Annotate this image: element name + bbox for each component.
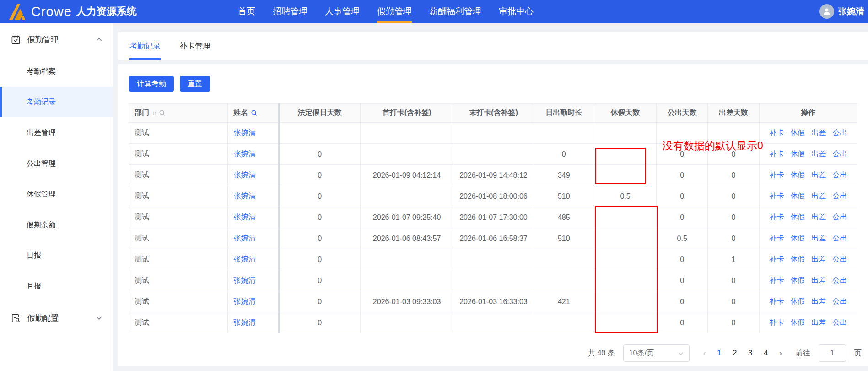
action-link-1[interactable]: 休假 <box>790 255 805 263</box>
action-link-2[interactable]: 出差 <box>811 255 826 263</box>
sidebar-item-6[interactable]: 日报 <box>0 240 113 271</box>
pagination: 共 40 条 10条/页 ‹ 1234 › 前往 页 <box>588 344 862 362</box>
sidebar-item-3[interactable]: 公出管理 <box>0 148 113 179</box>
nav-menu: 首页招聘管理人事管理假勤管理薪酬福利管理审批中心 <box>238 0 534 23</box>
nav-item-1[interactable]: 招聘管理 <box>273 0 307 23</box>
name-link[interactable]: 张婉清 <box>233 318 255 326</box>
sort-icon[interactable]: ↓↑ <box>152 109 156 116</box>
page-number-3[interactable]: 3 <box>743 349 758 358</box>
action-link-1[interactable]: 休假 <box>790 276 805 284</box>
nav-item-4[interactable]: 薪酬福利管理 <box>429 0 481 23</box>
action-link-1[interactable]: 休假 <box>790 297 805 305</box>
user-menu[interactable]: 张婉清 <box>819 0 864 23</box>
action-link-0[interactable]: 补卡 <box>769 234 784 242</box>
table-header-dept: 部门↓↑ <box>129 104 228 123</box>
action-link-0[interactable]: 补卡 <box>769 213 784 221</box>
cell-duration <box>534 312 594 333</box>
action-link-1[interactable]: 休假 <box>790 192 805 200</box>
name-link[interactable]: 张婉清 <box>233 276 255 284</box>
action-link-0[interactable]: 补卡 <box>769 192 784 200</box>
goto-page-input[interactable] <box>819 344 846 362</box>
action-link-3[interactable]: 公出 <box>832 213 847 221</box>
action-link-3[interactable]: 公出 <box>832 150 847 158</box>
table-header-public: 公出天数 <box>657 104 708 123</box>
name-link[interactable]: 张婉清 <box>233 150 255 158</box>
action-link-2[interactable]: 出差 <box>811 318 826 326</box>
page-number-4[interactable]: 4 <box>758 349 774 358</box>
action-link-2[interactable]: 出差 <box>811 213 826 221</box>
tab-attendance-records[interactable]: 考勤记录 <box>129 32 161 60</box>
action-link-0[interactable]: 补卡 <box>769 129 784 136</box>
nav-item-2[interactable]: 人事管理 <box>325 0 360 23</box>
prev-page-button[interactable]: ‹ <box>698 349 712 358</box>
name-link[interactable]: 张婉清 <box>233 213 255 221</box>
name-link[interactable]: 张婉清 <box>233 297 255 305</box>
nav-item-0[interactable]: 首页 <box>238 0 255 23</box>
action-link-2[interactable]: 出差 <box>811 297 826 305</box>
page-number-1[interactable]: 1 <box>712 349 727 358</box>
sidebar-group-attendance[interactable]: 假勤管理 <box>0 23 113 56</box>
action-link-0[interactable]: 补卡 <box>769 150 784 158</box>
action-link-2[interactable]: 出差 <box>811 234 826 242</box>
action-link-1[interactable]: 休假 <box>790 129 805 136</box>
action-link-2[interactable]: 出差 <box>811 276 826 284</box>
cell-last: 2026-01-03 16:33:03 <box>453 291 534 312</box>
cell-first: 2026-01-09 04:12:14 <box>360 165 453 186</box>
search-icon[interactable] <box>159 109 166 116</box>
action-link-3[interactable]: 公出 <box>832 318 847 326</box>
nav-item-5[interactable]: 审批中心 <box>499 0 534 23</box>
search-icon[interactable] <box>251 109 258 116</box>
sidebar-item-0[interactable]: 考勤档案 <box>0 56 113 87</box>
action-link-3[interactable]: 公出 <box>832 129 847 136</box>
action-link-3[interactable]: 公出 <box>832 297 847 305</box>
action-link-1[interactable]: 休假 <box>790 234 805 242</box>
page-number-2[interactable]: 2 <box>727 349 743 358</box>
column-label: 日出勤时长 <box>545 108 582 118</box>
cell-duration: 510 <box>534 186 594 207</box>
cell-dept: 测试 <box>129 186 228 207</box>
action-link-1[interactable]: 休假 <box>790 150 805 158</box>
tab-card-replacement[interactable]: 补卡管理 <box>179 32 210 60</box>
action-link-0[interactable]: 补卡 <box>769 171 784 179</box>
cell-leave <box>594 144 656 165</box>
action-link-3[interactable]: 公出 <box>832 171 847 179</box>
action-link-2[interactable]: 出差 <box>811 192 826 200</box>
action-link-3[interactable]: 公出 <box>832 255 847 263</box>
sidebar-item-5[interactable]: 假期余额 <box>0 209 113 240</box>
action-link-0[interactable]: 补卡 <box>769 255 784 263</box>
name-link[interactable]: 张婉清 <box>233 171 255 179</box>
calc-attendance-button[interactable]: 计算考勤 <box>129 76 174 92</box>
name-link[interactable]: 张婉清 <box>233 234 255 242</box>
name-link[interactable]: 张婉清 <box>233 192 255 200</box>
name-link[interactable]: 张婉清 <box>233 255 255 263</box>
nav-item-3[interactable]: 假勤管理 <box>377 0 412 23</box>
action-link-3[interactable]: 公出 <box>832 234 847 242</box>
action-link-0[interactable]: 补卡 <box>769 318 784 326</box>
sidebar-item-7[interactable]: 月报 <box>0 271 113 301</box>
action-link-3[interactable]: 公出 <box>832 276 847 284</box>
action-link-1[interactable]: 休假 <box>790 171 805 179</box>
action-link-0[interactable]: 补卡 <box>769 276 784 284</box>
cell-name: 张婉清 <box>228 123 279 144</box>
cell-leave <box>594 123 656 144</box>
sidebar-item-2[interactable]: 出差管理 <box>0 117 113 148</box>
cell-actions: 补卡休假出差公出 <box>759 123 857 144</box>
sidebar-item-4[interactable]: 休假管理 <box>0 179 113 209</box>
brand: Crowe 人力资源系统 <box>6 0 137 23</box>
action-link-0[interactable]: 补卡 <box>769 297 784 305</box>
page-size-select[interactable]: 10条/页 <box>623 344 690 362</box>
table-row: 测试张婉清02026-01-08 18:00:065100.500补卡休假出差公… <box>129 186 857 207</box>
action-link-3[interactable]: 公出 <box>832 192 847 200</box>
next-page-button[interactable]: › <box>774 349 787 358</box>
action-link-2[interactable]: 出差 <box>811 129 826 136</box>
action-link-2[interactable]: 出差 <box>811 171 826 179</box>
name-link[interactable]: 张婉清 <box>233 129 255 136</box>
cell-duration: 485 <box>534 207 594 228</box>
sidebar-item-1[interactable]: 考勤记录 <box>0 87 113 117</box>
reset-button[interactable]: 重置 <box>180 76 210 92</box>
action-link-1[interactable]: 休假 <box>790 213 805 221</box>
action-link-2[interactable]: 出差 <box>811 150 826 158</box>
cell-actions: 补卡休假出差公出 <box>759 228 857 249</box>
action-link-1[interactable]: 休假 <box>790 318 805 326</box>
sidebar-group-config[interactable]: 假勤配置 <box>0 301 113 334</box>
